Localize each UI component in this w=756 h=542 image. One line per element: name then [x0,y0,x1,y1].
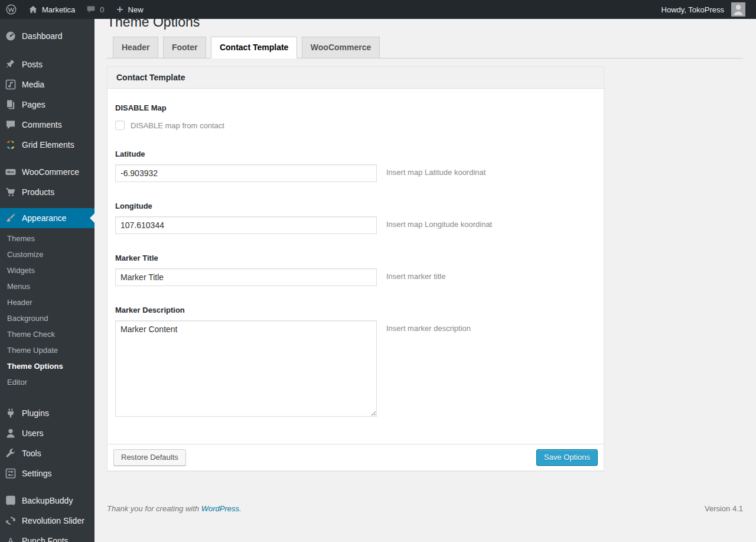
tab-header[interactable]: Header [113,37,158,59]
sidebar-item-dashboard[interactable]: Dashboard [0,26,94,46]
field-group-marker-title: Marker Title Insert marker title [115,254,592,286]
marker-title-input[interactable] [115,268,377,286]
comments-toolbar-button[interactable]: 0 [80,0,109,19]
sidebar-item-label: Dashboard [22,31,63,41]
footer-version: Version 4.1 [705,504,743,513]
sidebar-item-punch-fonts[interactable]: A Punch Fonts [0,531,94,542]
field-label: Marker Description [115,306,592,314]
woocommerce-icon: Woo [5,166,17,178]
marker-description-row: Marker Content Insert marker description [115,320,592,417]
submenu-item-theme-check[interactable]: Theme Check [0,326,94,342]
panel-footer: Restore Defaults Save Options [107,444,604,470]
comment-icon [5,119,17,131]
latitude-row: Insert map Latitude koordinat [115,164,592,182]
sidebar-item-label: Posts [22,60,43,69]
longitude-input[interactable] [115,216,377,234]
marker-title-hint: Insert marker title [386,268,445,281]
sidebar-item-grid-elements[interactable]: Grid Elements [0,135,94,155]
sidebar-item-label: Products [22,187,54,197]
new-label: New [128,5,144,14]
content-area: Theme Options Header Footer Contact Temp… [94,13,756,513]
sidebar-item-products[interactable]: Products [0,182,94,202]
field-group-marker-description: Marker Description Marker Content Insert… [115,306,592,417]
wordpress-logo-icon [5,4,17,15]
sidebar-item-label: Revolution Slider [22,516,84,525]
sidebar-item-appearance[interactable]: Appearance [0,208,94,228]
submenu-item-widgets[interactable]: Widgets [0,262,94,278]
user-icon [5,427,17,439]
home-icon [28,4,38,15]
marker-title-row: Insert marker title [115,268,592,286]
submenu-item-theme-options[interactable]: Theme Options [0,358,94,374]
sidebar-item-users[interactable]: Users [0,423,94,443]
backup-drive-icon [5,495,17,507]
menu-spacer [0,155,94,162]
sidebar-item-label: Settings [22,469,52,478]
tab-footer[interactable]: Footer [163,37,207,59]
comments-count: 0 [100,5,104,14]
wordpress-link[interactable]: WordPress [201,504,239,513]
thanks-suffix: . [239,504,242,513]
sidebar-item-pages[interactable]: Pages [0,95,94,115]
site-name-label: Marketica [42,5,75,14]
tab-woocommerce[interactable]: WooCommerce [302,37,380,59]
admin-toolbar-right: Howdy, TokoPress [656,0,756,19]
sidebar-item-label: Comments [22,120,62,129]
comment-bubble-icon [86,4,96,15]
grid-elements-icon [5,139,17,151]
disable-map-row: DISABLE map from contact [115,121,592,130]
sidebar-item-media[interactable]: Media [0,74,94,95]
field-label: Marker Title [115,254,592,262]
disable-map-checkbox[interactable] [115,121,125,130]
field-label: Latitude [115,150,592,158]
submenu-item-header[interactable]: Header [0,294,94,310]
tab-contact-template[interactable]: Contact Template [211,37,297,59]
sidebar-item-woocommerce[interactable]: Woo WooCommerce [0,162,94,182]
sidebar-item-label: Users [22,429,44,438]
wrench-icon [5,447,17,459]
sidebar-item-label: Punch Fonts [22,536,69,542]
submenu-item-background[interactable]: Background [0,310,94,326]
submenu-item-editor[interactable]: Editor [0,374,94,390]
field-label: DISABLE Map [115,103,592,112]
submenu-item-customize[interactable]: Customize [0,246,94,262]
plus-icon [115,5,125,14]
my-account-button[interactable]: Howdy, TokoPress [656,0,751,19]
field-group-disable-map: DISABLE Map DISABLE map from contact [115,103,592,130]
submenu-item-menus[interactable]: Menus [0,278,94,294]
svg-text:Woo: Woo [7,170,14,174]
pushpin-icon [5,59,17,70]
submenu-item-themes[interactable]: Themes [0,231,94,246]
sidebar-item-tools[interactable]: Tools [0,443,94,463]
howdy-label: Howdy, TokoPress [662,5,724,14]
field-label: Longitude [115,202,592,210]
cart-icon [5,186,17,198]
sidebar-item-label: BackupBuddy [22,496,73,505]
sidebar-item-comments[interactable]: Comments [0,115,94,135]
checkbox-label: DISABLE map from contact [131,121,224,130]
sidebar-item-backupbuddy[interactable]: BackupBuddy [0,491,94,511]
site-name-button[interactable]: Marketica [22,0,80,19]
sidebar-item-revolution-slider[interactable]: Revolution Slider [0,511,94,531]
submenu-item-theme-update[interactable]: Theme Update [0,342,94,358]
pages-icon [5,99,17,111]
admin-menu: Dashboard Posts Media Pages Comments Gri… [0,19,94,542]
marker-description-hint: Insert marker description [386,320,471,333]
media-icon [5,79,17,90]
sidebar-item-posts[interactable]: Posts [0,54,94,74]
menu-spacer [0,202,94,208]
new-content-button[interactable]: New [110,0,149,19]
theme-options-tabs: Header Footer Contact Template WooCommer… [107,37,743,59]
admin-toolbar-left: Marketica 0 New [0,0,149,19]
sidebar-item-plugins[interactable]: Plugins [0,403,94,423]
sidebar-item-settings[interactable]: Settings [0,463,94,483]
save-options-button[interactable]: Save Options [536,449,598,466]
latitude-input[interactable] [115,164,377,182]
cycle-arrows-icon [5,515,17,527]
admin-toolbar: Marketica 0 New Howdy, TokoPress [0,0,756,19]
svg-text:A: A [8,536,14,542]
restore-defaults-button[interactable]: Restore Defaults [113,449,186,466]
wp-logo-button[interactable] [0,0,22,19]
marker-description-textarea[interactable]: Marker Content [115,320,377,417]
sidebar-item-label: WooCommerce [22,167,79,177]
